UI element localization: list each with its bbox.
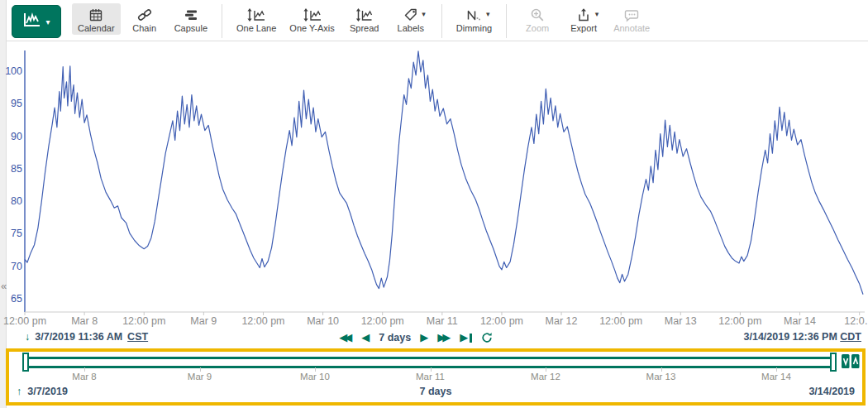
display-range-end: 3/14/2019 12:36 PM CDT bbox=[744, 331, 861, 343]
scrubber-day-label: Mar 8 bbox=[72, 372, 96, 382]
range-start-arrow-icon: ↓ bbox=[25, 331, 30, 343]
scrubber-day-label: Mar 10 bbox=[300, 372, 330, 382]
range-selector-rail[interactable] bbox=[27, 357, 834, 368]
y-tick-label: 80 bbox=[0, 195, 22, 207]
x-tick-label: 12:00 pm bbox=[718, 315, 761, 327]
scrubber-day-label: Mar 11 bbox=[416, 372, 445, 382]
y-tick-label: 65 bbox=[0, 293, 22, 305]
scrubber-day-label: Mar 13 bbox=[646, 372, 676, 382]
timezone-link-start[interactable]: CST bbox=[127, 331, 148, 343]
display-range-start-date: 3/7/2019 11:36 AM bbox=[35, 331, 122, 343]
y-tick-label: 100 bbox=[0, 65, 22, 77]
investigate-range-panel: Mar 8Mar 9Mar 10Mar 11Mar 12Mar 13Mar 14… bbox=[6, 348, 866, 406]
step-back-button[interactable]: ◀ bbox=[361, 329, 370, 346]
x-tick-label: 12:0… bbox=[844, 315, 868, 327]
x-tick-label: Mar 9 bbox=[190, 315, 217, 327]
range-handle-left[interactable] bbox=[22, 353, 29, 372]
x-tick-label: Mar 10 bbox=[307, 315, 339, 327]
x-tick-label: 12:00 pm bbox=[122, 315, 165, 327]
x-tick-label: 12:00 pm bbox=[599, 315, 642, 327]
y-tick-label: 95 bbox=[0, 98, 22, 109]
display-range-end-date: 3/14/2019 12:36 PM bbox=[744, 331, 837, 343]
scrubber-end-date: 3/14/2019 bbox=[808, 386, 855, 397]
scrubber-day-label: Mar 9 bbox=[188, 372, 212, 382]
x-tick-label: Mar 14 bbox=[784, 315, 816, 327]
x-tick-label: Mar 8 bbox=[71, 315, 98, 327]
skip-forward-button[interactable]: ▶▶ bbox=[437, 329, 451, 346]
y-tick-label: 85 bbox=[0, 163, 22, 175]
end-bar bbox=[470, 334, 472, 343]
x-tick-label: 12:00 pm bbox=[3, 315, 46, 327]
auto-update-button[interactable] bbox=[481, 332, 493, 343]
display-range-row: ↓ 3/7/2019 11:36 AM CST ◀◀ ◀ 7 days ▶ ▶▶… bbox=[0, 329, 868, 348]
x-tick-label: 12:00 pm bbox=[361, 315, 404, 327]
x-tick-label: Mar 13 bbox=[665, 315, 697, 327]
display-range-start: ↓ 3/7/2019 11:36 AM CST bbox=[25, 331, 148, 343]
chart-plot-area[interactable] bbox=[25, 50, 863, 312]
scrubber-day-label: Mar 14 bbox=[761, 372, 791, 382]
x-tick-label: Mar 12 bbox=[546, 315, 578, 327]
x-tick-label: Mar 11 bbox=[427, 315, 458, 327]
y-tick-label: 90 bbox=[0, 131, 22, 142]
range-handle-right[interactable] bbox=[830, 353, 837, 372]
display-range-duration[interactable]: 7 days bbox=[379, 332, 411, 343]
scrubber-bottom-row: ↑ 3/7/2019 7 days 3/14/2019 bbox=[9, 386, 862, 401]
scrubber-day-label: Mar 12 bbox=[531, 372, 560, 382]
range-navigation: ◀◀ ◀ 7 days ▶ ▶▶ ▶ bbox=[329, 329, 503, 346]
step-to-now-button[interactable]: ▶ bbox=[460, 329, 472, 346]
y-tick-label: 75 bbox=[0, 228, 22, 239]
x-tick-label: 12:00 pm bbox=[480, 315, 523, 327]
timezone-link-end[interactable]: CDT bbox=[840, 331, 861, 343]
x-tick-label: 12:00 pm bbox=[241, 315, 284, 327]
skip-back-button[interactable]: ◀◀ bbox=[339, 329, 352, 346]
refresh-icon bbox=[481, 332, 493, 343]
expand-range-handles-icon[interactable] bbox=[842, 354, 860, 368]
scrubber-duration: 7 days bbox=[9, 386, 862, 397]
step-forward-button[interactable]: ▶ bbox=[420, 329, 428, 346]
y-tick-label: 70 bbox=[0, 261, 22, 272]
trend-analysis-view: « ▾ Calendar Chain Capsule bbox=[0, 0, 868, 408]
